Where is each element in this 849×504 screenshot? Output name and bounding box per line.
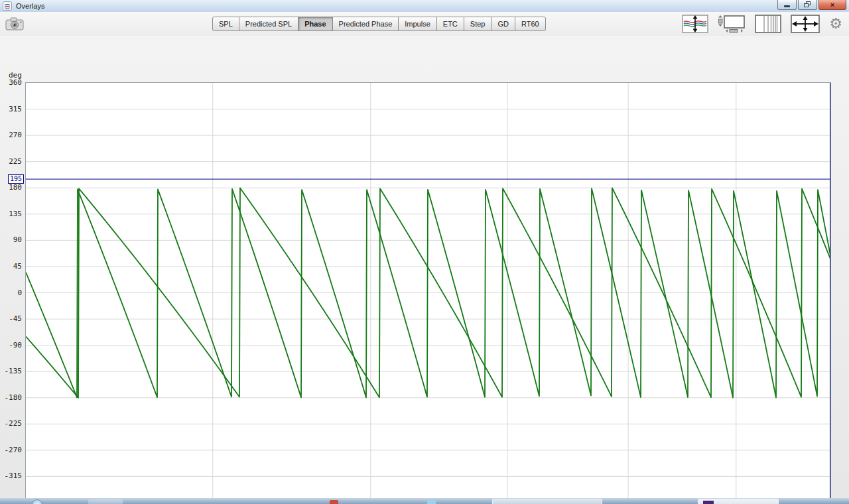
minimize-icon [784, 5, 790, 7]
tab-impulse[interactable]: Impulse [398, 17, 437, 31]
restore-button[interactable] [798, 0, 817, 10]
pinned-icons[interactable] [88, 499, 123, 504]
cursor-phase-readout: 195 [8, 174, 24, 184]
restore-icon [804, 1, 811, 8]
y-tick-label: -225 [0, 419, 22, 428]
tab-rt60[interactable]: RT60 [515, 17, 546, 31]
taskbar-icon-red[interactable] [330, 500, 338, 504]
title-bar: Overlays × [0, 0, 849, 13]
y-tick-label: -270 [0, 446, 22, 454]
graph-limits-icon[interactable] [682, 15, 708, 33]
java-app-icon [3, 1, 12, 11]
y-tick-label: 45 [0, 262, 22, 271]
tab-etc[interactable]: ETC [436, 17, 464, 31]
close-button[interactable]: × [818, 0, 846, 10]
tab-predicted-spl[interactable]: Predicted SPL [239, 17, 298, 31]
phase-plot-svg [26, 83, 830, 503]
camera-icon[interactable] [5, 17, 25, 31]
chart-region: deg 36031527022518013590450-45-90-135-18… [0, 36, 849, 498]
taskbar-purple-button[interactable] [698, 499, 779, 504]
y-tick-label: 90 [0, 235, 22, 244]
graph-tabs: SPL Predicted SPL Phase Predicted Phase … [212, 17, 546, 31]
window-controls: × [777, 0, 846, 10]
y-tick-label: -180 [0, 393, 22, 402]
taskbar-icon-blue[interactable] [427, 500, 436, 504]
purple-app-icon [703, 501, 714, 504]
y-tick-label: -315 [0, 472, 22, 480]
tab-phase[interactable]: Phase [298, 17, 332, 31]
minimize-button[interactable] [777, 0, 797, 10]
tab-predicted-phase[interactable]: Predicted Phase [332, 17, 399, 31]
tab-step[interactable]: Step [464, 17, 492, 31]
y-tick-label: 180 [0, 183, 22, 192]
y-tick-label: -45 [0, 314, 22, 323]
graph-toolbar-icons: ⚙ [682, 15, 842, 33]
frequency-grid-icon[interactable] [755, 15, 781, 33]
taskbar-sliver[interactable] [0, 498, 849, 504]
y-tick-label: -135 [0, 367, 22, 375]
fit-to-window-icon[interactable] [791, 15, 820, 33]
scroll-view-icon[interactable] [718, 15, 746, 33]
close-icon: × [830, 1, 834, 9]
taskbar-active-button[interactable] [492, 499, 602, 504]
toolbar: SPL Predicted SPL Phase Predicted Phase … [0, 12, 849, 36]
y-tick-label: 270 [0, 131, 22, 139]
y-tick-label: -90 [0, 341, 22, 349]
phase-plot[interactable] [25, 82, 831, 503]
tab-spl[interactable]: SPL [212, 17, 239, 31]
tab-gd[interactable]: GD [491, 17, 515, 31]
y-tick-label: 135 [0, 210, 22, 218]
y-tick-label: 225 [0, 157, 22, 166]
window-title: Overlays [16, 2, 44, 10]
y-tick-label: 315 [0, 105, 22, 113]
start-orb-icon[interactable] [32, 499, 42, 504]
settings-gear-icon[interactable]: ⚙ [829, 15, 842, 33]
y-tick-label: 0 [0, 288, 22, 297]
y-tick-label: 360 [0, 78, 22, 87]
